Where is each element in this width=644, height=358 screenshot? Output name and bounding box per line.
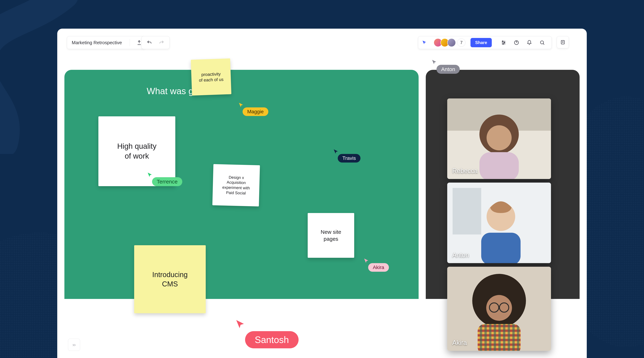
svg-point-8: [540, 41, 544, 44]
webcam-frame: [447, 183, 551, 263]
card-text: New site pages: [320, 228, 341, 242]
svg-point-4: [502, 41, 503, 42]
svg-rect-20: [452, 188, 481, 234]
svg-point-5: [504, 42, 505, 43]
title-chip: Marketing Retrospective: [67, 36, 146, 49]
top-toolbar: Marketing Retrospective 7: [57, 36, 587, 50]
board-list-icon[interactable]: [557, 36, 569, 48]
card-high-quality[interactable]: High quality of work: [98, 116, 175, 186]
cursor-anton: Anton: [431, 59, 437, 65]
video-tile-anton[interactable]: Anton: [447, 183, 551, 263]
svg-point-6: [503, 44, 504, 44]
help-icon[interactable]: [512, 38, 521, 47]
card-text: Design x Acquisition experiment with Pai…: [222, 175, 250, 196]
undo-icon[interactable]: [145, 38, 154, 47]
sticky-proactivity[interactable]: proactivity of each of us: [191, 58, 232, 96]
cursor-label: Santosh: [245, 331, 298, 348]
card-design-experiment[interactable]: Design x Acquisition experiment with Pai…: [212, 164, 260, 207]
app-window: Marketing Retrospective 7: [57, 29, 587, 358]
card-text: Introducing CMS: [152, 270, 188, 288]
svg-rect-18: [480, 152, 519, 179]
redo-icon[interactable]: [157, 38, 166, 47]
video-name-label: Akira: [452, 339, 467, 346]
notifications-icon[interactable]: [525, 38, 534, 47]
svg-point-17: [486, 125, 512, 150]
avatar: [447, 38, 456, 47]
board-title[interactable]: Marketing Retrospective: [67, 40, 126, 46]
svg-rect-31: [478, 324, 520, 351]
share-button[interactable]: Share: [470, 38, 492, 47]
expand-panel-icon[interactable]: ››: [68, 339, 80, 351]
video-name-label: Rebecca: [452, 167, 478, 175]
webcam-frame: [447, 99, 551, 179]
card-text: High quality of work: [117, 141, 156, 161]
settings-sliders-icon[interactable]: [499, 38, 508, 47]
svg-rect-22: [481, 233, 520, 263]
search-icon[interactable]: [538, 38, 546, 47]
card-text: proactivity of each of us: [198, 71, 224, 83]
participant-count[interactable]: 7: [457, 39, 466, 47]
card-new-site-pages[interactable]: New site pages: [308, 213, 354, 258]
collab-chip: 7 Share: [418, 36, 552, 49]
video-tile-rebecca[interactable]: Rebecca: [447, 99, 551, 179]
cursor-santosh: Santosh: [234, 319, 246, 330]
sticky-introducing-cms[interactable]: Introducing CMS: [134, 245, 206, 313]
cursor-mode-icon[interactable]: [420, 38, 428, 47]
video-name-label: Anton: [452, 251, 469, 259]
video-tile-akira[interactable]: Akira: [447, 267, 551, 351]
toolbar-action-icons: [494, 38, 552, 47]
webcam-frame: [447, 267, 551, 351]
undo-redo-chip: [141, 36, 170, 49]
avatar-stack[interactable]: 7: [430, 38, 468, 47]
